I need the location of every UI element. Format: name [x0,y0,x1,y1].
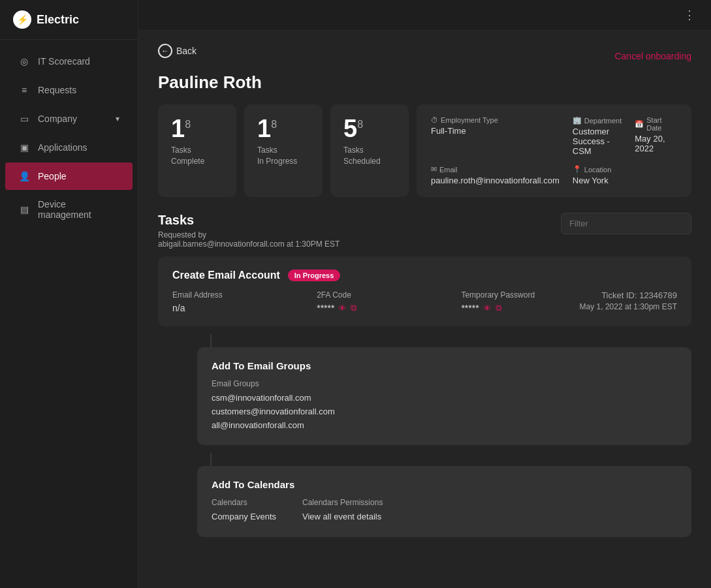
location-icon: 📍 [573,165,582,174]
ticket-date: May 1, 2022 at 1:30pm EST [580,302,677,311]
stats-row: 18 Tasks Complete 18 Tasks In Progress 5 [158,104,691,197]
device-icon: ▤ [18,204,30,215]
start-date-value: May 20, 2022 [635,134,677,153]
top-actions: ← Back Cancel onboarding [158,44,691,69]
sub-card-title: Add To Email Groups [212,360,677,371]
tasks-header: Tasks Requested by abigail.barnes@innova… [158,213,691,249]
department-value: Customer Success - CSM [573,127,622,156]
stat-number: 58 [343,116,396,141]
task-card-create-email: Create Email Account In Progress Email A… [158,256,691,326]
sub-card-title: Add To Calendars [212,479,677,490]
sidebar-item-requests[interactable]: ≡ Requests [5,76,133,104]
reveal-icon[interactable]: 👁 [338,303,347,313]
people-icon: 👤 [18,170,30,182]
filter-input[interactable] [561,213,691,234]
applications-icon: ▣ [18,142,30,153]
ticket-info: Ticket ID: 12346789 May 1, 2022 at 1:30p… [580,290,677,311]
clock-icon: ⏱ [431,116,438,124]
department-field: 🏢 Department Customer Success - CSM [573,116,622,156]
email-field: ✉ Email pauline.roth@innovationforall.co… [431,165,560,185]
sidebar-item-label: IT Scorecard [38,56,90,67]
email-address-value: n/a [172,303,291,313]
logo-icon: ⚡ [13,10,31,29]
copy-icon[interactable]: ⧉ [351,303,356,313]
2fa-value: ***** 👁 ⧉ [317,303,435,313]
sidebar: ⚡ Electric ◎ IT Scorecard ≡ Requests ▭ C… [0,0,138,588]
stat-tasks-inprogress: 18 Tasks In Progress [244,104,323,197]
requests-icon: ≡ [18,84,30,96]
calendars-field: Calendars Company Events [212,498,276,524]
sub-card-email-groups: Add To Email Groups Email Groups csm@inn… [197,347,691,445]
company-icon: ▭ [18,113,30,125]
person-info-card: ⏱ Employment Type Full-Time 🏢 Department… [417,104,691,197]
requested-by: Requested by abigail.barnes@innovationfo… [158,230,340,249]
chevron-down-icon: ▾ [116,114,119,123]
department-icon: 🏢 [573,116,582,125]
sub-fields: Email Groups csm@innovationforall.com cu… [212,379,677,432]
logo-text: Electric [37,13,79,27]
location-value: New York [573,176,622,185]
back-button[interactable]: ← Back [158,44,197,58]
2fa-code-field: 2FA Code ***** 👁 ⧉ [317,290,435,313]
stat-label: Tasks Scheduled [343,145,396,167]
email-groups-field: Email Groups csm@innovationforall.com cu… [212,379,335,432]
person-name: Pauline Roth [158,72,691,93]
stat-label: Tasks Complete [171,145,223,167]
reveal-icon[interactable]: 👁 [483,303,492,313]
sidebar-item-device-management[interactable]: ▤ Device management [5,191,133,228]
copy-icon[interactable]: ⧉ [496,303,501,313]
sidebar-item-it-scorecard[interactable]: ◎ IT Scorecard [5,48,133,75]
calendar-icon: 📅 [635,120,644,129]
sidebar-navigation: ◎ IT Scorecard ≡ Requests ▭ Company ▾ ▣ … [0,40,138,236]
sidebar-item-label: Company [38,114,77,124]
back-label: Back [176,46,197,56]
email-groups-values: csm@innovationforall.com customers@innov… [212,392,335,432]
page-content: ← Back Cancel onboarding Pauline Roth 18… [138,31,711,558]
logo: ⚡ Electric [0,0,138,40]
employment-type-value: Full-Time [431,126,560,136]
task-fields: Email Address n/a 2FA Code ***** 👁 ⧉ Tem… [172,290,580,313]
email-icon: ✉ [431,165,437,174]
calendars-value: Company Events [212,510,276,524]
sidebar-item-label: Requests [38,85,76,95]
location-field: 📍 Location New York [573,165,622,185]
more-options-icon[interactable]: ⋮ [684,8,695,22]
task-title: Create Email Account [172,270,280,281]
sidebar-item-applications[interactable]: ▣ Applications [5,134,133,161]
stat-tasks-scheduled: 58 Tasks Scheduled [330,104,409,197]
top-bar: ⋮ [138,0,711,31]
start-date-field: 📅 Start Date May 20, 2022 [635,116,677,156]
temp-password-value: ***** 👁 ⧉ [461,303,579,313]
employment-type-field: ⏱ Employment Type Full-Time [431,116,560,156]
sub-card-calendars: Add To Calendars Calendars Company Event… [197,466,691,537]
cancel-onboarding-button[interactable]: Cancel onboarding [614,51,691,61]
task-connector [210,334,212,347]
calendars-permissions-value: View all event details [302,510,383,524]
calendars-permissions-field: Calendars Permissions View all event det… [302,498,383,524]
tasks-title: Tasks [158,213,340,228]
stat-number: 18 [257,116,309,141]
main-content: ⋮ ← Back Cancel onboarding Pauline Roth … [138,0,711,588]
sidebar-item-company[interactable]: ▭ Company ▾ [5,105,133,132]
stat-tasks-complete: 18 Tasks Complete [158,104,236,197]
sidebar-item-label: Applications [38,142,87,153]
scorecard-icon: ◎ [18,55,30,67]
stat-number: 18 [171,116,223,141]
task-card-header: Create Email Account In Progress [172,270,677,281]
sub-fields: Calendars Company Events Calendars Permi… [212,498,677,524]
back-circle-icon: ← [158,44,172,58]
sidebar-item-label: Device management [38,199,119,220]
ticket-id: Ticket ID: 12346789 [580,290,677,300]
temp-password-field: Temporary Password ***** 👁 ⧉ [461,290,579,313]
task-connector [210,453,212,466]
stat-label: Tasks In Progress [257,145,309,167]
email-address-field: Email Address n/a [172,290,291,313]
tasks-title-group: Tasks Requested by abigail.barnes@innova… [158,213,340,249]
sidebar-item-label: People [38,171,67,181]
email-value: pauline.roth@innovationforall.com [431,176,560,185]
sidebar-item-people[interactable]: 👤 People [5,162,133,190]
status-badge: In Progress [288,270,341,281]
